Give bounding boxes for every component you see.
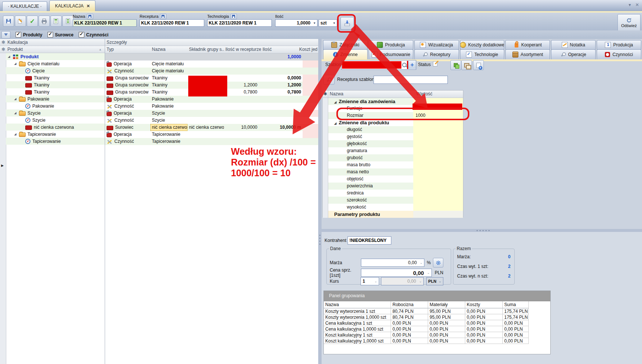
tree-column-header[interactable]: ✱Produkt ▲ <box>0 46 105 53</box>
cell-ilosc-receptura[interactable]: 10,0000 <box>224 124 261 131</box>
column-header-wartosc[interactable]: Wartość <box>415 91 463 98</box>
cell-skladnik[interactable] <box>188 110 224 117</box>
receptura-input[interactable] <box>140 19 204 27</box>
cell-ilosc-receptura[interactable]: 1,2000 <box>224 82 261 89</box>
cell-ilosc[interactable] <box>261 131 303 138</box>
cell-ilosc[interactable] <box>261 117 303 124</box>
cell-nazwa[interactable]: Cięcie materiału <box>150 60 188 68</box>
column-header[interactable]: Koszt jed <box>303 46 318 53</box>
grouping-row[interactable]: Koszt kalkulacyjny 1 szt 0,00 PLN 0,00 P… <box>324 332 550 338</box>
cell-koszt-jed[interactable] <box>303 60 318 68</box>
grouping-panel-header[interactable]: Panel grupowania <box>324 291 550 301</box>
variable-row[interactable]: gramatura <box>323 147 463 154</box>
settings-button[interactable] <box>433 258 443 268</box>
cell-ilosc[interactable] <box>261 138 303 145</box>
receptura-szablonu-input[interactable] <box>374 76 448 84</box>
details-row[interactable]: Grupa surowców Tkaniny 0,7800 0,7800 <box>105 89 318 96</box>
checkbox-icon[interactable] <box>48 32 53 37</box>
cell-ilosc[interactable] <box>261 103 303 110</box>
variable-name[interactable]: masa brutto <box>328 161 413 168</box>
wrench-button[interactable] <box>323 75 335 85</box>
column-header[interactable]: Nazwa <box>324 301 391 308</box>
details-row[interactable]: Surowiec nić cienka czerwona nić cienka … <box>105 124 318 131</box>
variable-value[interactable] <box>413 176 463 183</box>
details-row[interactable]: Grupa surowców Tkaniny 0,0000 <box>105 75 318 82</box>
right-panel-tab[interactable]: Załączniki <box>323 40 368 50</box>
cell-koszt-jed[interactable] <box>303 110 318 117</box>
right-panel-tab[interactable]: Receptury <box>414 49 459 60</box>
variable-name[interactable]: Parametry produktu <box>328 211 413 218</box>
details-row[interactable]: Grupa surowców Tkaniny 1,2000 1,2000 <box>105 82 318 89</box>
cell-nazwa[interactable]: Tkaniny <box>150 89 188 96</box>
cell-ilosc[interactable] <box>261 60 303 68</box>
tree-item[interactable]: Cięcie materiału <box>6 60 105 67</box>
right-panel-tab[interactable]: Asortyment <box>505 49 550 60</box>
cell-skladnik[interactable] <box>188 103 224 110</box>
cell-skladnik[interactable] <box>188 82 224 89</box>
variable-row[interactable]: głębokość <box>323 140 463 147</box>
tree-item[interactable]: Pakowanie <box>6 95 105 102</box>
variable-row[interactable]: Zmienne dla zamówienia <box>323 98 463 105</box>
variable-value[interactable] <box>413 204 463 211</box>
cell-nazwa[interactable]: nić cienka czerwona <box>150 124 188 131</box>
cell-skladnik[interactable] <box>188 53 224 60</box>
variable-value[interactable] <box>413 154 463 161</box>
tree-item[interactable]: Szycie <box>6 109 105 117</box>
variable-row[interactable]: Funkcje <box>323 105 463 112</box>
nazwa-input[interactable] <box>73 19 137 27</box>
accept-button[interactable]: ✓ <box>27 16 38 27</box>
variable-name[interactable]: gramatura <box>328 147 413 154</box>
cell-nazwa[interactable]: Tapicerowanie <box>150 138 188 145</box>
cell-ilosc[interactable] <box>261 96 303 103</box>
column-header-nazwa[interactable]: Nazwa <box>328 91 415 98</box>
field-save-icon[interactable] <box>87 14 93 19</box>
details-row[interactable]: Czynność Cięcie materiału <box>105 68 318 75</box>
cell-koszt-jed[interactable] <box>303 124 318 131</box>
variable-name[interactable]: Funkcje <box>328 105 413 112</box>
column-header[interactable]: Ilość <box>261 46 303 53</box>
grouping-row[interactable]: Cena kalkulacyjna 1,0000 szt 0,00 PLN 0,… <box>324 326 550 332</box>
right-panel-tab[interactable]: Operacje <box>551 49 596 60</box>
cell-skladnik[interactable] <box>188 96 224 103</box>
details-row[interactable]: Czynność Szycie <box>105 117 318 124</box>
cell-skladnik[interactable] <box>188 68 224 75</box>
cell-ilosc[interactable]: 10,0000 m <box>261 124 303 131</box>
variable-value[interactable] <box>413 140 463 147</box>
checkbox-icon[interactable] <box>16 32 21 37</box>
variable-row[interactable]: Rozmiar 1000 <box>323 112 463 119</box>
variable-row[interactable]: gęstość <box>323 133 463 140</box>
cell-nazwa[interactable]: Szycie <box>150 117 188 124</box>
column-header[interactable]: Nazwa <box>150 46 188 53</box>
variable-row[interactable]: Zmienne dla produktu <box>323 119 463 126</box>
cell-skladnik[interactable] <box>188 117 224 124</box>
column-header[interactable]: Typ <box>105 46 150 53</box>
variable-name[interactable]: wysokość <box>328 204 413 211</box>
print-button[interactable] <box>39 16 50 27</box>
variable-name[interactable]: Rozmiar <box>328 112 413 119</box>
right-panel-tab[interactable]: Zmienne <box>323 49 368 60</box>
variable-name[interactable]: głębokość <box>328 140 413 147</box>
right-panel-tab[interactable]: Kooperant <box>505 40 550 50</box>
variable-row[interactable]: średnica <box>323 190 463 197</box>
cell-koszt-jed[interactable] <box>303 117 318 124</box>
edit-button[interactable] <box>15 16 26 27</box>
recalculate-import-button[interactable] <box>340 17 354 30</box>
details-row[interactable]: 1,0000 <box>105 53 318 60</box>
variable-name[interactable]: powierzchnia <box>328 183 413 190</box>
search-icon[interactable] <box>402 62 407 68</box>
filter-checkbox[interactable]: Czynności <box>79 32 108 37</box>
variable-name[interactable]: objętość <box>328 176 413 183</box>
right-panel-tab[interactable]: Produkcja <box>369 40 413 50</box>
cell-skladnik[interactable] <box>188 138 224 145</box>
unit-combo[interactable]: szt ▼ <box>319 19 337 27</box>
variable-name[interactable]: gęstość <box>328 133 413 140</box>
variable-value[interactable] <box>413 98 463 105</box>
variable-row[interactable]: Parametry produktu <box>323 211 463 218</box>
variable-value[interactable] <box>413 161 463 168</box>
cell-nazwa[interactable]: Tapicerowanie <box>150 131 188 138</box>
column-header[interactable]: Robocizna <box>391 301 428 308</box>
cell-ilosc-receptura[interactable] <box>224 60 261 68</box>
cell-ilosc[interactable]: 0,0000 <box>261 75 303 82</box>
column-header[interactable]: Suma <box>503 301 529 308</box>
variable-value[interactable] <box>413 126 463 133</box>
